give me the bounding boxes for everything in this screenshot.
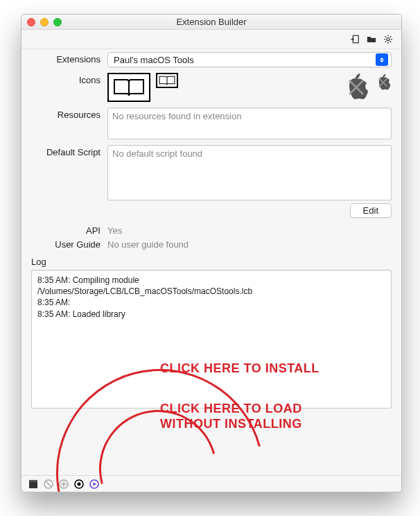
edit-button[interactable]: Edit xyxy=(350,203,392,218)
log-line: 8:35 AM: xyxy=(37,297,385,308)
log-line: /Volumes/Storage/LCB/LCB_macOSTools/macO… xyxy=(37,286,385,297)
toolbar xyxy=(21,30,401,49)
svg-line-8 xyxy=(385,41,387,42)
default-script-label: Default Script xyxy=(31,145,107,218)
bottom-toolbar xyxy=(21,475,401,492)
user-guide-value: No user guide found xyxy=(107,237,392,250)
svg-rect-12 xyxy=(29,481,37,488)
log-line: 8:35 AM: Compiling module xyxy=(37,275,385,286)
extensions-select[interactable]: Paul's macOS Tools xyxy=(107,52,392,67)
chevron-updown-icon xyxy=(376,53,388,66)
minimize-button[interactable] xyxy=(40,18,49,26)
svg-line-9 xyxy=(390,36,392,37)
extension-builder-window: Extension Builder Extensions Paul's macO… xyxy=(21,14,402,492)
gear-icon[interactable] xyxy=(383,35,393,44)
annotation-load-2: WITHOUT INSTALLING xyxy=(160,417,302,431)
svg-rect-13 xyxy=(29,480,37,482)
play-icon[interactable] xyxy=(89,479,99,489)
icons-label: Icons xyxy=(31,73,107,102)
user-guide-label: User Guide xyxy=(31,237,107,250)
extensions-value: Paul's macOS Tools xyxy=(114,55,376,65)
close-button[interactable] xyxy=(27,18,35,26)
import-icon[interactable] xyxy=(350,35,360,44)
titlebar: Extension Builder xyxy=(21,15,401,30)
log-section: Log 8:35 AM: Compiling module /Volumes/S… xyxy=(31,257,392,409)
svg-line-6 xyxy=(385,36,387,37)
build-icon[interactable] xyxy=(74,479,84,489)
extensions-label: Extensions xyxy=(31,52,107,67)
zoom-button[interactable] xyxy=(53,18,62,26)
default-script-field[interactable]: No default script found xyxy=(107,145,392,200)
icon-preview-large[interactable] xyxy=(107,73,150,102)
resources-field[interactable]: No resources found in extension xyxy=(107,108,392,139)
content-area: Extensions Paul's macOS Tools Icons xyxy=(21,49,401,409)
svg-line-7 xyxy=(390,41,392,42)
package-icon[interactable] xyxy=(28,479,38,489)
api-value: Yes xyxy=(107,223,392,236)
resources-label: Resources xyxy=(31,108,107,139)
install-icon[interactable] xyxy=(59,479,69,489)
log-output[interactable]: 8:35 AM: Compiling module /Volumes/Stora… xyxy=(31,270,392,409)
apple-tools-icon-small xyxy=(375,73,392,92)
stop-icon[interactable] xyxy=(44,479,53,489)
folder-icon[interactable] xyxy=(367,35,376,44)
api-label: API xyxy=(31,223,107,236)
svg-point-1 xyxy=(387,37,390,40)
icons-container xyxy=(107,73,392,102)
log-label: Log xyxy=(31,257,392,267)
apple-tools-icon-large xyxy=(343,73,369,102)
annotation-install: CLICK HERE TO INSTALL xyxy=(160,361,320,376)
window-title: Extension Builder xyxy=(21,17,401,27)
traffic-lights xyxy=(27,18,62,26)
log-line: 8:35 AM: Loaded library xyxy=(37,309,385,320)
svg-point-20 xyxy=(78,482,81,485)
svg-line-15 xyxy=(46,481,51,486)
annotation-load-1: CLICK HERE TO LOAD xyxy=(160,402,302,416)
icon-preview-small[interactable] xyxy=(156,73,178,88)
